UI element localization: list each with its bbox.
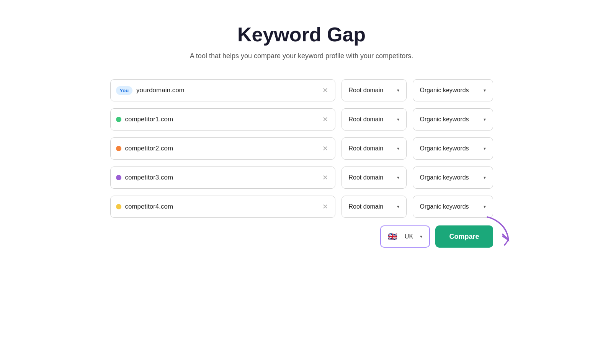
input-row-comp1: ✕Root domain▾Organic keywords▾ [110,108,493,131]
bottom-row: 🇬🇧 UK ▾ Compare [110,225,493,248]
keyword-type-label-comp2: Organic keywords [420,145,469,152]
root-domain-label-comp3: Root domain [349,174,384,181]
domain-input-you[interactable] [136,87,317,94]
domain-input-comp4[interactable] [125,203,317,211]
domain-wrapper-comp3: ✕ [110,166,335,189]
country-label: UK [405,233,413,240]
root-domain-label-comp1: Root domain [349,116,384,123]
keyword-type-chevron-comp4: ▾ [484,204,486,209]
dot-comp1 [116,117,121,122]
root-domain-dropdown-comp4[interactable]: Root domain▾ [342,196,407,218]
keyword-type-dropdown-comp1[interactable]: Organic keywords▾ [413,108,493,131]
root-domain-dropdown-comp3[interactable]: Root domain▾ [342,166,407,189]
dot-comp3 [116,175,121,180]
rows-container: You✕Root domain▾Organic keywords▾✕Root d… [110,79,493,218]
clear-button-comp2[interactable]: ✕ [321,144,330,153]
root-domain-chevron-comp1: ▾ [397,117,399,122]
keyword-type-chevron-comp2: ▾ [484,146,486,151]
keyword-type-chevron-comp3: ▾ [484,175,486,180]
domain-input-comp1[interactable] [125,116,317,123]
keyword-type-label-comp3: Organic keywords [420,174,469,181]
clear-button-you[interactable]: ✕ [321,85,330,95]
root-domain-chevron-comp3: ▾ [397,175,399,180]
country-chevron-icon: ▾ [420,234,422,239]
root-domain-dropdown-you[interactable]: Root domain▾ [342,79,407,101]
clear-button-comp4[interactable]: ✕ [321,202,330,212]
domain-wrapper-comp2: ✕ [110,137,335,160]
page-container: Keyword Gap A tool that helps you compar… [110,23,493,248]
keyword-type-label-you: Organic keywords [420,87,469,94]
root-domain-label-comp4: Root domain [349,203,384,210]
country-dropdown[interactable]: 🇬🇧 UK ▾ [380,225,430,248]
page-subtitle: A tool that helps you compare your keywo… [190,52,413,60]
arrow-decoration [484,213,514,255]
keyword-type-dropdown-comp4[interactable]: Organic keywords▾ [413,196,493,218]
domain-wrapper-you: You✕ [110,79,335,101]
root-domain-label-comp2: Root domain [349,145,384,152]
domain-wrapper-comp4: ✕ [110,196,335,218]
page-title: Keyword Gap [237,23,366,46]
root-domain-label-you: Root domain [349,87,384,94]
input-row-you: You✕Root domain▾Organic keywords▾ [110,79,493,101]
keyword-type-dropdown-comp3[interactable]: Organic keywords▾ [413,166,493,189]
dot-comp4 [116,204,121,209]
keyword-type-chevron-comp1: ▾ [484,117,486,122]
keyword-type-label-comp1: Organic keywords [420,116,469,123]
clear-button-comp3[interactable]: ✕ [321,173,330,183]
domain-input-comp2[interactable] [125,145,317,152]
dot-comp2 [116,146,121,151]
keyword-type-chevron-you: ▾ [484,88,486,93]
keyword-type-dropdown-comp2[interactable]: Organic keywords▾ [413,137,493,160]
input-row-comp4: ✕Root domain▾Organic keywords▾ [110,196,493,218]
root-domain-chevron-comp2: ▾ [397,146,399,151]
compare-wrapper: Compare [435,225,493,248]
domain-input-comp3[interactable] [125,174,317,181]
domain-wrapper-comp1: ✕ [110,108,335,131]
keyword-type-label-comp4: Organic keywords [420,203,469,210]
country-flag: 🇬🇧 [388,232,397,241]
input-row-comp2: ✕Root domain▾Organic keywords▾ [110,137,493,160]
root-domain-dropdown-comp2[interactable]: Root domain▾ [342,137,407,160]
root-domain-dropdown-comp1[interactable]: Root domain▾ [342,108,407,131]
root-domain-chevron-comp4: ▾ [397,204,399,209]
root-domain-chevron-you: ▾ [397,88,399,93]
clear-button-comp1[interactable]: ✕ [321,114,330,124]
input-row-comp3: ✕Root domain▾Organic keywords▾ [110,166,493,189]
you-badge: You [116,86,133,95]
keyword-type-dropdown-you[interactable]: Organic keywords▾ [413,79,493,101]
